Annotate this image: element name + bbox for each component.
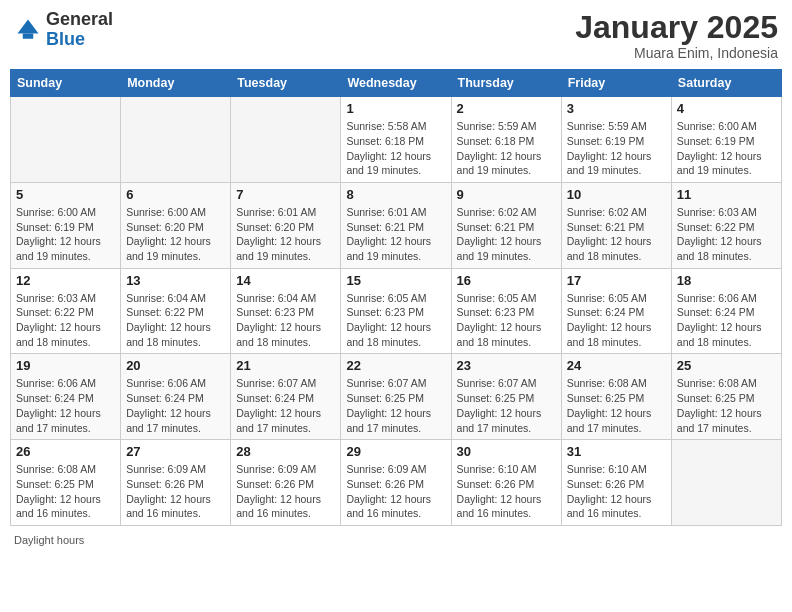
- calendar-day-cell: [121, 97, 231, 183]
- day-info: Sunrise: 6:07 AMSunset: 6:24 PMDaylight:…: [236, 376, 335, 435]
- day-number: 20: [126, 358, 225, 373]
- day-number: 16: [457, 273, 556, 288]
- calendar-week-row: 12Sunrise: 6:03 AMSunset: 6:22 PMDayligh…: [11, 268, 782, 354]
- day-info: Sunrise: 6:06 AMSunset: 6:24 PMDaylight:…: [126, 376, 225, 435]
- day-number: 10: [567, 187, 666, 202]
- location-subtitle: Muara Enim, Indonesia: [575, 45, 778, 61]
- calendar-day-cell: 21Sunrise: 6:07 AMSunset: 6:24 PMDayligh…: [231, 354, 341, 440]
- calendar-day-cell: 4Sunrise: 6:00 AMSunset: 6:19 PMDaylight…: [671, 97, 781, 183]
- day-info: Sunrise: 6:09 AMSunset: 6:26 PMDaylight:…: [126, 462, 225, 521]
- calendar-day-header: Wednesday: [341, 70, 451, 97]
- day-number: 9: [457, 187, 556, 202]
- day-number: 25: [677, 358, 776, 373]
- day-number: 28: [236, 444, 335, 459]
- calendar-day-cell: 24Sunrise: 6:08 AMSunset: 6:25 PMDayligh…: [561, 354, 671, 440]
- day-number: 21: [236, 358, 335, 373]
- calendar-day-cell: 10Sunrise: 6:02 AMSunset: 6:21 PMDayligh…: [561, 182, 671, 268]
- calendar-day-header: Sunday: [11, 70, 121, 97]
- day-number: 29: [346, 444, 445, 459]
- calendar-day-cell: 15Sunrise: 6:05 AMSunset: 6:23 PMDayligh…: [341, 268, 451, 354]
- day-info: Sunrise: 6:06 AMSunset: 6:24 PMDaylight:…: [16, 376, 115, 435]
- logo-general-text: General: [46, 9, 113, 29]
- calendar-day-cell: 30Sunrise: 6:10 AMSunset: 6:26 PMDayligh…: [451, 440, 561, 526]
- calendar-day-cell: 25Sunrise: 6:08 AMSunset: 6:25 PMDayligh…: [671, 354, 781, 440]
- day-info: Sunrise: 6:10 AMSunset: 6:26 PMDaylight:…: [567, 462, 666, 521]
- calendar-header-row: SundayMondayTuesdayWednesdayThursdayFrid…: [11, 70, 782, 97]
- calendar-week-row: 1Sunrise: 5:58 AMSunset: 6:18 PMDaylight…: [11, 97, 782, 183]
- day-info: Sunrise: 6:01 AMSunset: 6:21 PMDaylight:…: [346, 205, 445, 264]
- day-number: 24: [567, 358, 666, 373]
- day-info: Sunrise: 6:04 AMSunset: 6:22 PMDaylight:…: [126, 291, 225, 350]
- day-info: Sunrise: 6:08 AMSunset: 6:25 PMDaylight:…: [16, 462, 115, 521]
- logo-text: General Blue: [46, 10, 113, 50]
- calendar-week-row: 5Sunrise: 6:00 AMSunset: 6:19 PMDaylight…: [11, 182, 782, 268]
- calendar-day-cell: 1Sunrise: 5:58 AMSunset: 6:18 PMDaylight…: [341, 97, 451, 183]
- svg-rect-1: [23, 33, 34, 38]
- calendar-day-cell: 27Sunrise: 6:09 AMSunset: 6:26 PMDayligh…: [121, 440, 231, 526]
- calendar-day-cell: 7Sunrise: 6:01 AMSunset: 6:20 PMDaylight…: [231, 182, 341, 268]
- day-info: Sunrise: 6:01 AMSunset: 6:20 PMDaylight:…: [236, 205, 335, 264]
- day-info: Sunrise: 6:06 AMSunset: 6:24 PMDaylight:…: [677, 291, 776, 350]
- day-number: 6: [126, 187, 225, 202]
- day-info: Sunrise: 6:03 AMSunset: 6:22 PMDaylight:…: [16, 291, 115, 350]
- title-block: January 2025 Muara Enim, Indonesia: [575, 10, 778, 61]
- calendar-day-cell: 26Sunrise: 6:08 AMSunset: 6:25 PMDayligh…: [11, 440, 121, 526]
- calendar-day-header: Monday: [121, 70, 231, 97]
- day-number: 11: [677, 187, 776, 202]
- day-info: Sunrise: 6:00 AMSunset: 6:19 PMDaylight:…: [677, 119, 776, 178]
- day-number: 12: [16, 273, 115, 288]
- day-number: 31: [567, 444, 666, 459]
- calendar-day-header: Thursday: [451, 70, 561, 97]
- day-info: Sunrise: 6:09 AMSunset: 6:26 PMDaylight:…: [346, 462, 445, 521]
- day-info: Sunrise: 6:00 AMSunset: 6:19 PMDaylight:…: [16, 205, 115, 264]
- calendar-day-cell: 28Sunrise: 6:09 AMSunset: 6:26 PMDayligh…: [231, 440, 341, 526]
- calendar-day-header: Tuesday: [231, 70, 341, 97]
- day-number: 15: [346, 273, 445, 288]
- calendar-day-cell: 8Sunrise: 6:01 AMSunset: 6:21 PMDaylight…: [341, 182, 451, 268]
- calendar-day-cell: 29Sunrise: 6:09 AMSunset: 6:26 PMDayligh…: [341, 440, 451, 526]
- day-info: Sunrise: 6:09 AMSunset: 6:26 PMDaylight:…: [236, 462, 335, 521]
- calendar-day-cell: [671, 440, 781, 526]
- day-number: 5: [16, 187, 115, 202]
- calendar-day-cell: 5Sunrise: 6:00 AMSunset: 6:19 PMDaylight…: [11, 182, 121, 268]
- calendar-day-cell: 14Sunrise: 6:04 AMSunset: 6:23 PMDayligh…: [231, 268, 341, 354]
- day-info: Sunrise: 6:00 AMSunset: 6:20 PMDaylight:…: [126, 205, 225, 264]
- calendar-day-cell: 12Sunrise: 6:03 AMSunset: 6:22 PMDayligh…: [11, 268, 121, 354]
- logo-icon: [14, 16, 42, 44]
- day-info: Sunrise: 6:08 AMSunset: 6:25 PMDaylight:…: [567, 376, 666, 435]
- day-number: 8: [346, 187, 445, 202]
- calendar-table: SundayMondayTuesdayWednesdayThursdayFrid…: [10, 69, 782, 526]
- day-number: 7: [236, 187, 335, 202]
- day-number: 18: [677, 273, 776, 288]
- logo-blue-text: Blue: [46, 29, 85, 49]
- day-number: 22: [346, 358, 445, 373]
- calendar-day-cell: 11Sunrise: 6:03 AMSunset: 6:22 PMDayligh…: [671, 182, 781, 268]
- day-number: 23: [457, 358, 556, 373]
- calendar-day-cell: [11, 97, 121, 183]
- calendar-day-cell: 20Sunrise: 6:06 AMSunset: 6:24 PMDayligh…: [121, 354, 231, 440]
- day-info: Sunrise: 5:59 AMSunset: 6:18 PMDaylight:…: [457, 119, 556, 178]
- day-number: 4: [677, 101, 776, 116]
- calendar-day-cell: 6Sunrise: 6:00 AMSunset: 6:20 PMDaylight…: [121, 182, 231, 268]
- day-info: Sunrise: 6:05 AMSunset: 6:24 PMDaylight:…: [567, 291, 666, 350]
- day-number: 17: [567, 273, 666, 288]
- calendar-day-cell: 2Sunrise: 5:59 AMSunset: 6:18 PMDaylight…: [451, 97, 561, 183]
- calendar-week-row: 26Sunrise: 6:08 AMSunset: 6:25 PMDayligh…: [11, 440, 782, 526]
- page-header: General Blue January 2025 Muara Enim, In…: [10, 10, 782, 61]
- logo: General Blue: [14, 10, 113, 50]
- day-number: 30: [457, 444, 556, 459]
- svg-marker-0: [18, 19, 39, 33]
- month-title: January 2025: [575, 10, 778, 45]
- calendar-day-cell: 18Sunrise: 6:06 AMSunset: 6:24 PMDayligh…: [671, 268, 781, 354]
- footer: Daylight hours: [10, 534, 782, 546]
- day-info: Sunrise: 6:08 AMSunset: 6:25 PMDaylight:…: [677, 376, 776, 435]
- calendar-week-row: 19Sunrise: 6:06 AMSunset: 6:24 PMDayligh…: [11, 354, 782, 440]
- calendar-day-cell: 13Sunrise: 6:04 AMSunset: 6:22 PMDayligh…: [121, 268, 231, 354]
- calendar-day-cell: [231, 97, 341, 183]
- calendar-day-cell: 19Sunrise: 6:06 AMSunset: 6:24 PMDayligh…: [11, 354, 121, 440]
- calendar-day-cell: 23Sunrise: 6:07 AMSunset: 6:25 PMDayligh…: [451, 354, 561, 440]
- day-number: 13: [126, 273, 225, 288]
- day-number: 19: [16, 358, 115, 373]
- day-number: 3: [567, 101, 666, 116]
- day-number: 27: [126, 444, 225, 459]
